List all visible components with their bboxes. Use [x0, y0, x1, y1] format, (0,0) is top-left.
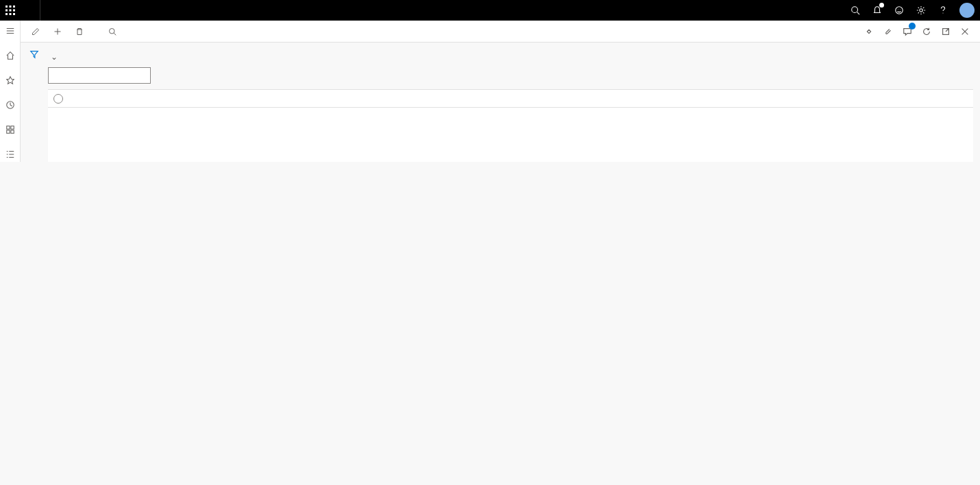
svg-point-15 — [942, 12, 943, 13]
message-icon[interactable] — [898, 21, 917, 42]
cmd-search-icon[interactable] — [103, 21, 122, 42]
svg-rect-4 — [10, 10, 12, 12]
svg-rect-0 — [5, 5, 8, 8]
focus-icon[interactable] — [859, 21, 879, 42]
svg-rect-5 — [13, 10, 15, 12]
close-icon[interactable] — [955, 21, 975, 42]
app-title — [21, 0, 40, 21]
command-bar — [21, 21, 980, 43]
left-nav-rail — [0, 21, 21, 162]
svg-point-32 — [110, 28, 115, 34]
attach-icon[interactable] — [879, 21, 898, 42]
select-all[interactable] — [48, 94, 69, 104]
filter-pane-toggle[interactable] — [21, 43, 48, 162]
svg-point-11 — [896, 7, 903, 14]
top-bar — [0, 0, 980, 21]
bell-icon[interactable] — [868, 0, 887, 21]
refresh-icon[interactable] — [917, 21, 936, 42]
svg-rect-22 — [6, 130, 9, 133]
user-avatar[interactable] — [959, 3, 975, 18]
workspace-icon[interactable] — [0, 122, 21, 137]
svg-rect-1 — [10, 5, 12, 8]
new-button[interactable] — [48, 21, 70, 42]
delete-button[interactable] — [70, 21, 92, 42]
star-icon[interactable] — [0, 73, 21, 88]
options-button[interactable] — [92, 21, 103, 42]
message-badge — [909, 23, 916, 29]
view-title[interactable]: ⌄ — [48, 52, 973, 62]
svg-rect-20 — [6, 126, 9, 129]
chevron-down-icon: ⌄ — [51, 52, 58, 62]
hamburger-icon[interactable] — [0, 23, 21, 38]
help-icon[interactable] — [933, 0, 953, 21]
svg-point-14 — [920, 9, 922, 12]
data-grid: ⋮ ↓ — [48, 89, 973, 162]
home-icon[interactable] — [0, 48, 21, 63]
svg-point-9 — [852, 7, 858, 13]
svg-rect-21 — [10, 126, 13, 129]
app-launcher-icon[interactable] — [0, 0, 21, 21]
svg-rect-6 — [5, 13, 8, 15]
grid-header: ↓ — [48, 90, 973, 108]
filter-field[interactable] — [56, 71, 158, 80]
svg-point-13 — [900, 9, 901, 10]
popout-icon[interactable] — [936, 21, 955, 42]
svg-rect-8 — [13, 13, 15, 15]
svg-line-33 — [114, 33, 116, 35]
gear-icon[interactable] — [911, 0, 931, 21]
quick-filter-input[interactable] — [48, 67, 151, 84]
search-icon[interactable] — [846, 0, 865, 21]
edit-button[interactable] — [26, 21, 48, 42]
svg-rect-3 — [5, 10, 8, 12]
svg-rect-23 — [10, 130, 13, 133]
svg-rect-2 — [13, 5, 15, 8]
svg-point-12 — [898, 9, 898, 10]
modules-icon[interactable] — [0, 147, 21, 162]
clock-icon[interactable] — [0, 97, 21, 113]
svg-rect-7 — [10, 13, 12, 15]
svg-line-10 — [857, 12, 860, 15]
smiley-icon[interactable] — [890, 0, 909, 21]
